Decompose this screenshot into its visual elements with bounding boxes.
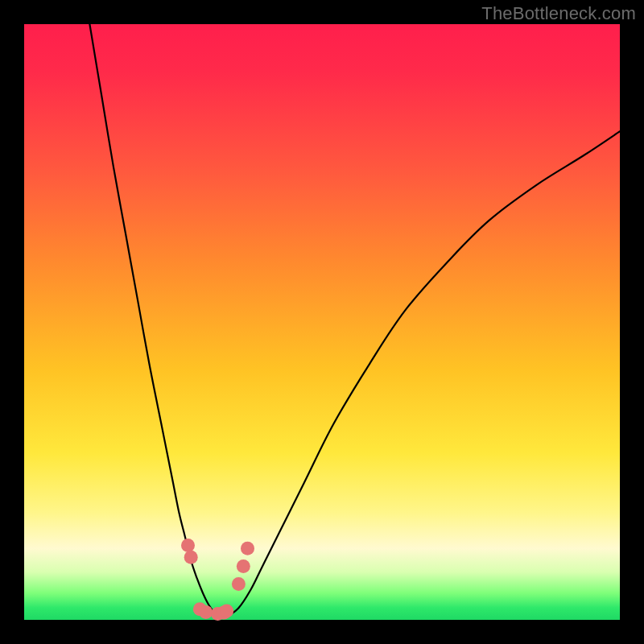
valley-marker-dot bbox=[199, 605, 213, 619]
watermark-label: TheBottleneck.com bbox=[481, 3, 636, 24]
plot-area bbox=[24, 24, 620, 620]
valley-marker-dot bbox=[184, 551, 198, 564]
left-curve bbox=[89, 24, 221, 617]
valley-marker-dot bbox=[232, 577, 246, 591]
curve-layer bbox=[24, 24, 620, 620]
valley-marker-dot bbox=[181, 539, 195, 552]
valley-marker-dot bbox=[241, 542, 254, 555]
valley-marker-dot bbox=[220, 604, 233, 617]
valley-markers bbox=[181, 539, 254, 621]
valley-marker-dot bbox=[237, 559, 250, 573]
right-curve bbox=[227, 131, 620, 617]
chart-frame: TheBottleneck.com bbox=[0, 0, 644, 644]
